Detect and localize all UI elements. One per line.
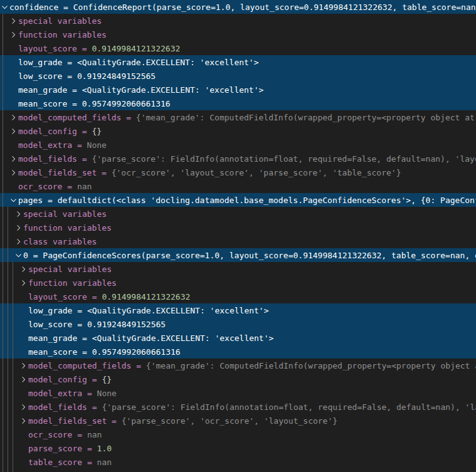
variable-name: model_computed_fields <box>18 113 121 122</box>
chevron-right-icon[interactable] <box>10 18 18 24</box>
variable-value: 0.9149984121322632 <box>102 292 190 302</box>
variable-row[interactable]: model_fields_set = {'ocr_score', 'layout… <box>0 165 476 179</box>
tree-section-row[interactable]: function variables <box>0 221 476 234</box>
variable-row[interactable]: ocr_score = nan <box>0 427 476 441</box>
variable-row[interactable]: low_grade = <QualityGrade.EXCELLENT: 'ex… <box>0 303 476 317</box>
variable-row[interactable]: layout_score = 0.9149984121322632 <box>0 41 476 55</box>
section-label: function variables <box>28 278 117 288</box>
equals-sign: = <box>87 292 102 302</box>
chevron-right-icon[interactable] <box>10 169 18 176</box>
variable-name: mean_score <box>18 99 67 108</box>
variable-row[interactable]: low_grade = <QualityGrade.EXCELLENT: 'ex… <box>0 55 476 69</box>
chevron-down-icon[interactable] <box>1 4 9 11</box>
tree-section-row[interactable]: function variables <box>0 276 476 290</box>
variable-name: model_fields <box>28 402 87 412</box>
variable-row[interactable]: parse_score = 1.0 <box>0 441 476 455</box>
variable-value: 0.91924849152565 <box>87 320 166 329</box>
variable-value: 1.0 <box>97 444 112 453</box>
variable-row[interactable]: mean_score = 0.9574992060661316 <box>0 345 476 359</box>
variable-name: model_extra <box>28 389 82 398</box>
variable-name: low_grade <box>28 306 72 315</box>
equals-sign: = <box>72 140 87 150</box>
variable-value: PageConfidenceScores(parse_score=1.0, la… <box>43 251 476 260</box>
debug-variables-panel: confidence = ConfidenceReport(parse_scor… <box>0 0 476 472</box>
section-label: class variables <box>23 237 97 246</box>
variable-value: {'parse_score': FieldInfo(annotation=flo… <box>102 402 476 412</box>
variable-row[interactable]: table_score = nan <box>0 455 476 469</box>
variable-name: pages <box>18 196 43 205</box>
equals-sign: = <box>97 168 111 177</box>
equals-sign: = <box>43 196 57 205</box>
equals-sign: = <box>62 71 77 81</box>
variable-row[interactable]: model_extra = None <box>0 138 476 152</box>
variable-name: layout_score <box>18 44 77 53</box>
equals-sign: = <box>121 113 135 122</box>
chevron-right-icon[interactable] <box>10 128 18 135</box>
equals-sign: = <box>77 347 92 357</box>
chevron-right-icon[interactable] <box>20 404 28 411</box>
chevron-right-icon[interactable] <box>10 31 18 38</box>
equals-sign: = <box>82 458 97 467</box>
variable-row[interactable]: mean_grade = <QualityGrade.EXCELLENT: 'e… <box>0 83 476 97</box>
chevron-right-icon[interactable] <box>10 155 18 162</box>
variable-row[interactable]: mean_score = 0.9574992060661316 <box>0 97 476 110</box>
variable-row[interactable]: low_score = 0.91924849152565 <box>0 317 476 331</box>
variable-name: low_score <box>28 320 72 329</box>
variable-name: layout_score <box>28 292 87 302</box>
variable-row[interactable]: model_fields = {'parse_score': FieldInfo… <box>0 400 476 414</box>
equals-sign: = <box>77 333 92 343</box>
variable-value: <QualityGrade.EXCELLENT: 'excellent'> <box>77 58 259 67</box>
variables-tree: confidence = ConfidenceReport(parse_scor… <box>0 0 476 469</box>
tree-section-row[interactable]: function variables <box>0 28 476 41</box>
chevron-right-icon[interactable] <box>10 114 18 121</box>
variable-name: mean_score <box>28 347 77 357</box>
variable-row[interactable]: model_computed_fields = {'mean_grade': C… <box>0 359 476 372</box>
variable-name: confidence <box>9 3 58 12</box>
chevron-right-icon[interactable] <box>20 266 28 273</box>
variable-name: 0 <box>23 251 28 260</box>
chevron-right-icon[interactable] <box>20 417 28 424</box>
variable-row[interactable]: model_computed_fields = {'mean_grade': C… <box>0 110 476 124</box>
section-label: special variables <box>23 209 107 219</box>
variable-value: 0.91924849152565 <box>77 71 156 81</box>
chevron-right-icon[interactable] <box>20 362 28 369</box>
chevron-right-icon[interactable] <box>15 211 23 218</box>
section-label: special variables <box>18 16 102 26</box>
tree-section-row[interactable]: class variables <box>0 234 476 248</box>
variable-name: model_fields_set <box>18 168 97 177</box>
tree-section-row[interactable]: special variables <box>0 14 476 28</box>
variable-row[interactable]: model_fields = {'parse_score': FieldInfo… <box>0 152 476 165</box>
variable-row[interactable]: layout_score = 0.9149984121322632 <box>0 290 476 303</box>
equals-sign: = <box>67 99 82 108</box>
equals-sign: = <box>87 375 102 384</box>
section-label: function variables <box>23 223 112 233</box>
variable-value: ConfidenceReport(parse_score=1.0, layout… <box>73 3 476 12</box>
section-label: function variables <box>18 30 107 39</box>
tree-section-row[interactable]: special variables <box>0 262 476 276</box>
variable-value: 0.9574992060661316 <box>82 99 171 108</box>
variable-row[interactable]: confidence = ConfidenceReport(parse_scor… <box>0 0 476 14</box>
variable-row[interactable]: 0 = PageConfidenceScores(parse_score=1.0… <box>0 248 476 262</box>
chevron-right-icon[interactable] <box>15 224 23 231</box>
equals-sign: = <box>58 3 73 12</box>
variable-row[interactable]: model_extra = None <box>0 386 476 400</box>
variable-row[interactable]: model_fields_set = {'parse_score', 'ocr_… <box>0 414 476 427</box>
tree-section-row[interactable]: special variables <box>0 207 476 221</box>
chevron-right-icon[interactable] <box>20 280 28 286</box>
variable-row[interactable]: model_config = {} <box>0 372 476 386</box>
variable-row[interactable]: model_config = {} <box>0 124 476 138</box>
chevron-right-icon[interactable] <box>20 376 28 383</box>
chevron-down-icon[interactable] <box>15 252 23 259</box>
variable-value: <QualityGrade.EXCELLENT: 'excellent'> <box>87 306 269 315</box>
variable-row[interactable]: ocr_score = nan <box>0 179 476 193</box>
chevron-down-icon[interactable] <box>10 197 18 204</box>
variable-row[interactable]: mean_grade = <QualityGrade.EXCELLENT: 'e… <box>0 331 476 345</box>
variable-value: {'mean_grade': ComputedFieldInfo(wrapped… <box>136 113 476 122</box>
variable-value: {'mean_grade': ComputedFieldInfo(wrapped… <box>146 361 476 370</box>
variable-row[interactable]: low_score = 0.91924849152565 <box>0 69 476 83</box>
chevron-right-icon[interactable] <box>15 238 23 245</box>
equals-sign: = <box>87 402 102 412</box>
variable-row[interactable]: pages = defaultdict(<class 'docling.data… <box>0 193 476 207</box>
variable-value: {'ocr_score', 'layout_score', 'parse_sco… <box>112 168 401 177</box>
variable-value: 0.9149984121322632 <box>92 44 180 53</box>
